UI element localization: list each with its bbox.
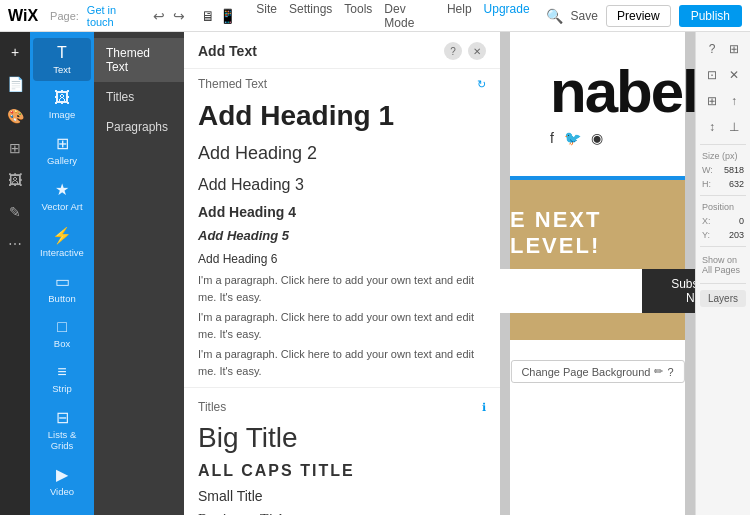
right-panel-icon7[interactable]: ↕ [703, 118, 721, 136]
twitter-icon[interactable]: 🐦 [564, 130, 581, 146]
panel-close-btn[interactable]: ✕ [468, 42, 486, 60]
publish-button[interactable]: Publish [679, 5, 742, 27]
instagram-icon[interactable]: ◉ [591, 130, 603, 146]
paragraph-1[interactable]: I'm a paragraph. Click here to add your … [184, 270, 500, 307]
add-item-strip-label: Strip [52, 383, 72, 394]
size-label: Size (px) [702, 151, 738, 161]
preview-button[interactable]: Preview [606, 5, 671, 27]
add-item-text[interactable]: T Text [33, 38, 91, 81]
titles-action-icon[interactable]: ℹ [482, 401, 486, 414]
submenu-themed-text[interactable]: Themed Text [94, 38, 184, 82]
video-icon: ▶ [56, 465, 68, 484]
add-item-box[interactable]: □ Box [33, 312, 91, 355]
add-item-lists[interactable]: ⊟ Lists & Grids [33, 402, 91, 457]
add-item-button[interactable]: ▭ Button [33, 266, 91, 310]
right-panel-icon3[interactable]: ⊡ [703, 66, 721, 84]
facebook-icon[interactable]: f [550, 130, 554, 146]
sidebar-blog-icon[interactable]: ✎ [3, 200, 27, 224]
heading-5-option[interactable]: Add Heading 5 [184, 224, 500, 247]
add-item-box-label: Box [54, 338, 70, 349]
add-item-video[interactable]: ▶ Video [33, 459, 91, 503]
sidebar-pages-icon[interactable]: 📄 [3, 72, 27, 96]
x-row: X: 0 [700, 216, 746, 226]
right-panel-icon6[interactable]: ↑ [725, 92, 743, 110]
heading-6-text: Add Heading 6 [198, 252, 277, 266]
change-background-button[interactable]: Change Page Background ✏ ? [510, 360, 684, 383]
heading-2-option[interactable]: Add Heading 2 [184, 137, 500, 170]
right-panel-icon8[interactable]: ⊥ [725, 118, 743, 136]
heading-6-option[interactable]: Add Heading 6 [184, 247, 500, 270]
submenu-titles[interactable]: Titles [94, 82, 184, 112]
mobile-icon[interactable]: 📱 [219, 8, 236, 24]
add-item-image-label: Image [49, 109, 75, 120]
resize-icon[interactable]: ? [703, 40, 721, 58]
desktop-icon[interactable]: 🖥 [201, 8, 215, 24]
add-item-gallery[interactable]: ⊞ Gallery [33, 128, 91, 172]
titles-section-header: Titles ℹ [184, 394, 500, 418]
heading-4-option[interactable]: Add Heading 4 [184, 200, 500, 224]
device-icons: 🖥 📱 [201, 8, 236, 24]
text-submenu: Themed Text Titles Paragraphs [94, 32, 184, 515]
nav-help[interactable]: Help [447, 2, 472, 30]
save-button[interactable]: Save [571, 9, 598, 23]
add-item-music[interactable]: ♪ Music [33, 505, 91, 515]
submenu-paragraphs[interactable]: Paragraphs [94, 112, 184, 142]
w-label: W: [702, 165, 713, 175]
layers-button[interactable]: Layers [700, 290, 746, 307]
nav-site[interactable]: Site [256, 2, 277, 30]
main-layout: + 📄 🎨 ⊞ 🖼 ✎ ⋯ T Text 🖼 Image ⊞ Gallery ★… [0, 32, 750, 515]
w-value[interactable]: 5818 [724, 165, 744, 175]
h-value[interactable]: 632 [729, 179, 744, 189]
right-panel-icon2[interactable]: ⊞ [725, 40, 743, 58]
add-item-gallery-label: Gallery [47, 155, 77, 166]
right-icon-row-3: ⊞ ↑ [700, 90, 746, 112]
add-item-text-label: Text [53, 64, 70, 75]
panel-header: Add Text ? ✕ [184, 32, 500, 69]
themed-text-action-icon[interactable]: ↻ [477, 78, 486, 91]
next-level-text: E NEXT LEVEL! [510, 207, 685, 259]
page-name[interactable]: Get in touch [87, 4, 145, 28]
right-panel-icon4[interactable]: ✕ [725, 66, 743, 84]
panel-title: Add Text [198, 43, 257, 59]
redo-icon[interactable]: ↪ [173, 8, 185, 24]
big-title-option[interactable]: Big Title [184, 418, 500, 458]
subscribe-button[interactable]: Subscribe Now [642, 269, 695, 313]
sidebar-media-icon[interactable]: 🖼 [3, 168, 27, 192]
business-title-option[interactable]: Business Title [184, 508, 500, 515]
panel-actions: ? ✕ [444, 42, 486, 60]
subscribe-input[interactable] [500, 269, 642, 313]
sidebar-design-icon[interactable]: 🎨 [3, 104, 27, 128]
big-title-text: Big Title [198, 422, 298, 453]
x-value[interactable]: 0 [739, 216, 744, 226]
icon-sidebar: + 📄 🎨 ⊞ 🖼 ✎ ⋯ [0, 32, 30, 515]
heading-1-option[interactable]: Add Heading 1 [184, 95, 500, 137]
search-icon[interactable]: 🔍 [546, 8, 563, 24]
add-item-interactive[interactable]: ⚡ Interactive [33, 220, 91, 264]
nav-upgrade[interactable]: Upgrade [484, 2, 530, 30]
paragraph-2[interactable]: I'm a paragraph. Click here to add your … [184, 307, 500, 344]
heading-5-text: Add Heading 5 [198, 228, 289, 243]
add-panel: T Text 🖼 Image ⊞ Gallery ★ Vector Art ⚡ … [30, 32, 94, 515]
right-panel-icon5[interactable]: ⊞ [703, 92, 721, 110]
undo-icon[interactable]: ↩ [153, 8, 165, 24]
add-item-vector-art[interactable]: ★ Vector Art [33, 174, 91, 218]
small-title-option[interactable]: Small Title [184, 484, 500, 508]
nav-tools[interactable]: Tools [344, 2, 372, 30]
width-row: W: 5818 [700, 165, 746, 175]
add-item-video-label: Video [50, 486, 74, 497]
paragraph-3[interactable]: I'm a paragraph. Click here to add your … [184, 344, 500, 381]
sidebar-add-icon[interactable]: + [3, 40, 27, 64]
add-item-strip[interactable]: ≡ Strip [33, 357, 91, 400]
heading-2-text: Add Heading 2 [198, 143, 317, 163]
canvas-content: nabelle f 🐦 ◉ Change Page Background ✏ ?… [510, 32, 685, 515]
nav-settings[interactable]: Settings [289, 2, 332, 30]
right-divider-3 [700, 246, 746, 247]
y-value[interactable]: 203 [729, 230, 744, 240]
sidebar-apps-icon[interactable]: ⊞ [3, 136, 27, 160]
sidebar-more-icon[interactable]: ⋯ [3, 232, 27, 256]
panel-help-btn[interactable]: ? [444, 42, 462, 60]
nav-devmode[interactable]: Dev Mode [384, 2, 435, 30]
add-item-image[interactable]: 🖼 Image [33, 83, 91, 126]
allcaps-title-option[interactable]: ALL CAPS TITLE [184, 458, 500, 484]
heading-3-option[interactable]: Add Heading 3 [184, 170, 500, 200]
